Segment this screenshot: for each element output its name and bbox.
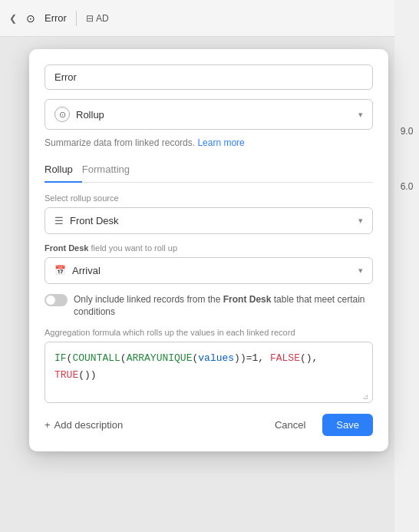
type-dropdown-label: Rollup	[76, 109, 358, 121]
rollup-source-label: Select rollup source	[45, 193, 373, 203]
source-table-icon: ☰	[54, 215, 64, 226]
add-description-label: Add description	[54, 419, 124, 431]
field-value: Arrival	[72, 265, 358, 276]
field-calendar-icon: 📅	[54, 265, 66, 276]
field-chevron-icon: ▾	[358, 266, 363, 276]
conditions-toggle-row: Only include linked records from the Fro…	[45, 293, 373, 319]
ad-label: AD	[96, 13, 109, 24]
top-bar-divider	[76, 11, 77, 26]
formula-code: IF(COUNTALL(ARRAYUNIQUE(values))=1, FALS…	[54, 350, 363, 384]
add-description-button[interactable]: + Add description	[45, 419, 123, 431]
type-description: Summarize data from linked records. Lear…	[45, 137, 373, 148]
ad-icon: ⊟	[86, 13, 94, 24]
rollup-source-dropdown[interactable]: ☰ Front Desk ▾	[45, 207, 373, 234]
conditions-toggle-text: Only include linked records from the Fro…	[74, 293, 373, 319]
tab-formatting[interactable]: Formatting	[82, 159, 139, 183]
field-type-dropdown[interactable]: ⊙ Rollup ▾	[45, 99, 373, 130]
field-type-icon: ⊙	[23, 11, 38, 26]
plus-icon: +	[45, 419, 51, 431]
top-bar: ❮ ⊙ Error ⊟ AD	[0, 0, 394, 37]
conditions-toggle[interactable]	[45, 294, 68, 306]
bg-value-2: 6.0	[401, 178, 414, 195]
rollup-field-label: Front Desk field you want to roll up	[45, 243, 373, 253]
formula-label: Aggregation formula which rolls up the v…	[45, 328, 373, 337]
ad-indicator: ⊟ AD	[86, 13, 109, 24]
field-name-input[interactable]	[45, 64, 373, 90]
tab-rollup[interactable]: Rollup	[45, 159, 82, 183]
footer-actions: Cancel Save	[264, 414, 373, 436]
field-editor-modal: ⊙ Rollup ▾ Summarize data from linked re…	[29, 49, 388, 451]
rollup-type-icon: ⊙	[54, 107, 70, 122]
formula-container[interactable]: IF(COUNTALL(ARRAYUNIQUE(values))=1, FALS…	[45, 342, 373, 403]
save-button[interactable]: Save	[322, 414, 373, 436]
collapse-chevron[interactable]: ❮	[9, 13, 17, 24]
source-chevron-icon: ▾	[358, 216, 363, 226]
tabs-row: Rollup Formatting	[45, 159, 373, 183]
type-dropdown-chevron-icon: ▾	[358, 110, 363, 120]
field-name-label: Error	[45, 12, 67, 24]
rollup-field-dropdown[interactable]: 📅 Arrival ▾	[45, 257, 373, 284]
bg-value-1: 9.0	[401, 123, 414, 140]
source-value: Front Desk	[70, 215, 358, 226]
resize-handle-icon[interactable]: ⊿	[362, 392, 370, 400]
modal-footer: + Add description Cancel Save	[45, 414, 373, 436]
background-strip: 9.0 6.0	[394, 0, 419, 532]
learn-more-link[interactable]: Learn more	[197, 137, 244, 148]
cancel-button[interactable]: Cancel	[264, 414, 316, 436]
